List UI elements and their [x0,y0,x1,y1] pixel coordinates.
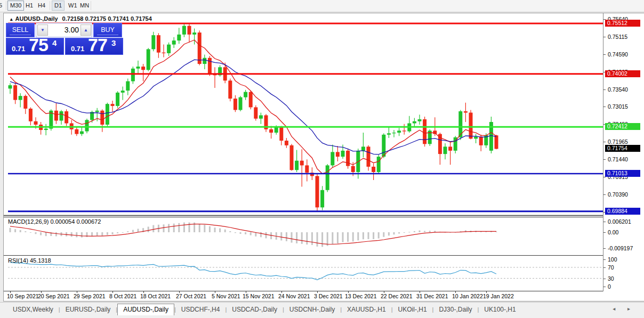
scale-tick-label: 0.74590 [608,51,628,58]
level-price-badge: 0.69884 [605,208,640,215]
current-price-badge: 0.71754 [605,145,640,152]
timeframe-button-h1[interactable]: H1 [23,1,35,10]
date-tick-label: 24 Nov 2021 [278,293,310,299]
rsi-scale-tick-label: 30 [608,275,614,282]
scale-tick-label: 0.73015 [608,103,628,110]
chart-tab-bar: USDX,Weekly|EURUSD-,Daily|AUDUSD-,Daily|… [0,302,644,318]
tab-scroll-arrows[interactable]: ◂ ▸ [613,306,635,312]
macd-scale-tick-label: -0.009197 [608,245,633,251]
date-tick-label: 27 Oct 2021 [176,293,206,299]
date-tick-label: 29 Sep 2021 [74,293,106,299]
date-tick-label: 18 Oct 2021 [140,293,171,299]
buy-price-display[interactable]: 0.71 77 3 [65,38,123,55]
chart-tab-usdcad-daily[interactable]: USDCAD-,Daily [227,304,283,315]
toolbar-separator [91,1,91,10]
toolbar-separator [50,1,50,10]
sell-price-display[interactable]: 0.71 75 4 [6,38,64,55]
chart-tab-usdcnh-daily[interactable]: USDCNH-,Daily [284,304,340,315]
scale-tick-label: 0.71965 [608,138,628,145]
scale-tick-mark [603,177,606,177]
chart-tab-uk100-h1[interactable]: UK100-,H1 [479,304,521,315]
rsi-indicator-label: RSI(14) 45.1318 [8,257,51,264]
rsi-scale-tick-mark [603,279,606,279]
chart-tab-usdchf-h4[interactable]: USDCHF-,H4 [176,304,226,315]
scale-tick-mark [603,89,606,90]
level-price-badge: 0.75512 [605,20,640,27]
rsi-scale-tick-label: 70 [608,264,614,271]
date-axis: 10 Sep 202120 Sep 202129 Sep 20218 Oct 2… [4,291,603,300]
date-tick-label: 10 Sep 2021 [7,293,39,299]
scale-tick-mark [603,159,606,160]
volume-increase-button[interactable]: ▲ [80,25,91,36]
date-tick-label: 19 Jan 2022 [483,293,514,299]
rsi-scale-tick-mark [603,259,606,260]
scale-tick-mark [603,37,606,37]
scale-tick-mark [603,54,606,55]
macd-scale-tick-mark [603,232,606,233]
level-price-badge: 0.71013 [605,170,640,177]
date-tick-label: 3 Dec 2021 [314,293,343,299]
macd-scale-tick-label: 0.006201 [608,218,631,225]
date-tick-label: 10 Jan 2022 [452,293,483,299]
volume-decrease-button[interactable]: ▼ [37,25,48,36]
scale-tick-mark [603,107,606,107]
chart-tab-dj30-daily[interactable]: DJ30-,Daily [433,304,477,315]
chart-tab-xauusd-h1[interactable]: XAUUSD-,H1 [342,304,391,315]
timeframe-button-mn[interactable]: MN [78,1,91,10]
date-tick-label: 20 Sep 2021 [38,293,70,299]
rsi-scale-tick-mark [603,287,606,287]
scale-tick-label: 0.70390 [608,191,628,198]
toolbar-separator [6,1,6,10]
volume-input[interactable]: 3.00 [49,25,79,36]
date-tick-label: 8 Oct 2021 [109,293,136,299]
rsi-scale-tick-label: 0 [608,283,611,290]
chart-tab-usdx-weekly[interactable]: USDX,Weekly [7,304,59,315]
macd-scale-tick-label: 0.00 [608,229,618,235]
level-price-badge: 0.74002 [605,70,640,77]
chart-window: ▴AUDUSD-,Daily0.72158 0.72175 0.71741 0.… [3,13,644,301]
scale-tick-mark [603,142,606,142]
timeframe-button-5[interactable]: 5 [0,1,4,10]
chart-tab-audusd-daily[interactable]: AUDUSD-,Daily [117,304,174,315]
macd-scale-tick-mark [603,248,606,249]
level-price-badge: 0.72412 [605,123,640,130]
date-tick-label: 15 Nov 2021 [243,293,275,299]
one-click-trading-panel: SELL ▼ 3.00 ▲ BUY 0.71 75 4 0.71 77 3 [6,23,123,55]
scale-tick-label: 0.71440 [608,156,628,162]
rsi-scale-tick-label: 100 [608,256,617,263]
timeframe-toolbar: 5M30H1H4D1W1MN [0,0,644,12]
date-tick-label: 13 Dec 2021 [345,293,377,299]
timeframe-button-m30[interactable]: M30 [7,1,24,11]
macd-indicator-label: MACD(12,26,9) 0.000054 0.000672 [8,218,101,225]
timeframe-button-h4[interactable]: H4 [36,1,47,10]
date-tick-label: 31 Dec 2021 [416,293,448,299]
timeframe-button-w1[interactable]: W1 [66,1,79,10]
price-scale: 0.756400.751150.745900.740650.735400.730… [603,13,644,291]
scale-tick-label: 0.75115 [608,34,627,40]
date-tick-label: 5 Nov 2021 [212,293,240,299]
chart-tab-eurusd-daily[interactable]: EURUSD-,Daily [60,304,116,315]
rsi-scale-tick-mark [603,267,606,268]
timeframe-button-d1[interactable]: D1 [52,1,65,11]
date-tick-label: 22 Dec 2021 [381,293,413,299]
macd-scale-tick-mark [603,222,606,222]
chart-tab-ukoil-h1[interactable]: UKOil-,H1 [393,304,432,315]
scale-tick-label: 0.73540 [608,86,628,93]
scale-tick-mark [603,194,606,195]
